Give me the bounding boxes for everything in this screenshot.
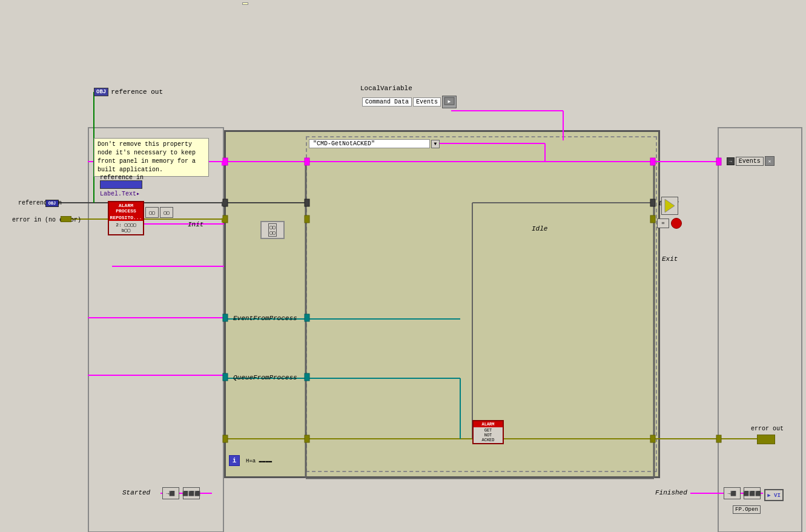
svg-text:▶: ▶ (448, 99, 451, 104)
h-equals-a: H=a ▬▬▬▬ (246, 458, 272, 464)
proc-title: ALARM PROCESS (109, 202, 143, 214)
queue-from-process-label: QueueFromProcess (233, 374, 297, 381)
fp-open-node: FP.Open (733, 505, 761, 514)
error-section: = (657, 197, 682, 229)
sub-icon-node: ▢▢▢▢ (260, 221, 285, 239)
event-from-process-label: EventFromProcess (233, 315, 297, 322)
finished-label: Finished (655, 489, 687, 496)
idle-label: Idle (532, 225, 547, 232)
eq-node: = (657, 218, 669, 228)
ref-blue-box (100, 180, 142, 189)
events-right: → Events ✕ (727, 156, 775, 166)
right-panel (718, 127, 802, 532)
proc-subtitle: REPOSITO... (109, 214, 143, 221)
event-node: ▶ (442, 96, 457, 108)
events-box: Events (413, 97, 441, 107)
events-right-box: Events (736, 157, 764, 166)
proc-body: 2: ▢▢▢▢ b▢▢ (109, 221, 143, 234)
ref-out-label: reference out (111, 88, 163, 96)
cmd-value: "CMD-GetNotACKED" (309, 139, 430, 148)
ref-in-terminal: OBJ (45, 200, 59, 207)
finished-func-1: →⬛ (724, 487, 741, 499)
gna-body: GET NOT ACKED (474, 427, 503, 443)
arrow-node: → (727, 157, 735, 165)
property-note: Don't remove this property node it's nec… (94, 138, 209, 177)
error-in-terminal (61, 216, 71, 222)
finished-func-2: ⬛⬛⬛ (744, 487, 761, 499)
exit-label: Exit (662, 255, 678, 263)
events-x-node: ✕ (765, 156, 775, 166)
process-repo-node: ALARM PROCESS REPOSITO... 2: ▢▢▢▢ b▢▢ (108, 201, 144, 235)
icon-cluster: ▢▢ ▢▢ (145, 207, 173, 218)
local-var-title: LocalVariable (360, 85, 412, 92)
vi-icon: ▶ VI (764, 489, 784, 501)
small-icon-2: ▢▢ (160, 207, 173, 218)
started-label: Started (122, 489, 150, 496)
info-box: i (229, 455, 240, 466)
init-label: Init (188, 221, 203, 228)
started-func-1: →⬛ (162, 487, 179, 499)
select-func (661, 197, 678, 215)
get-not-acked-node: ALARM GET NOT ACKED (472, 420, 504, 444)
error-out-label: error out (751, 425, 784, 432)
stop-eq-row: = (657, 218, 682, 229)
stop-button[interactable] (671, 218, 682, 229)
dropdown-arrow[interactable]: ▼ (431, 140, 440, 148)
cmd-data-box: Command Data (362, 97, 412, 107)
obj-box: OBJ (94, 88, 108, 96)
started-func-2: ⬛⬛⬛ (183, 487, 200, 499)
gna-title: ALARM (474, 421, 503, 427)
label-text: Label.Text▸ (100, 190, 140, 197)
cmd-dropdown[interactable]: "CMD-GetNotACKED" ▼ (309, 139, 440, 148)
local-var-box: Command Data Events ▶ (362, 96, 457, 108)
small-icon-1: ▢▢ (145, 207, 159, 218)
svg-marker-60 (665, 199, 675, 212)
error-out-terminal (757, 435, 775, 444)
obj-ref-out: OBJ reference out (94, 88, 163, 96)
doc-comment (242, 2, 248, 5)
